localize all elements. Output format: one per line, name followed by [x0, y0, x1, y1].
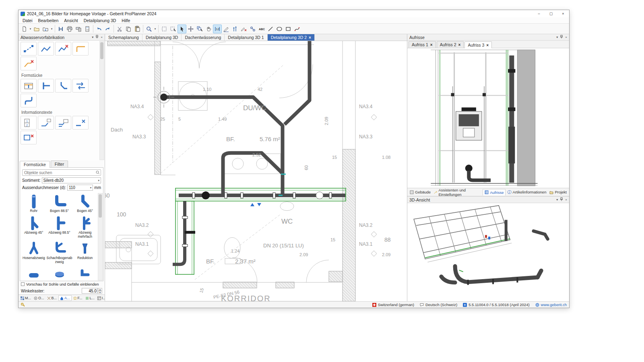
rectangle-tool-button[interactable]	[284, 25, 293, 33]
copy-button[interactable]	[124, 25, 133, 33]
dock-tab-o[interactable]: O...	[33, 296, 45, 300]
print-button[interactable]	[65, 25, 74, 33]
close-button[interactable]: ×	[557, 10, 569, 17]
maximize-button[interactable]: ▢	[545, 10, 557, 17]
modify-button[interactable]	[239, 25, 248, 33]
dock-tab-assistenten[interactable]: Assistenten und Einstellungen	[432, 187, 483, 197]
fitting-reduktion[interactable]: Reduktion	[72, 241, 97, 266]
view3d-pin-icon[interactable]	[560, 197, 563, 202]
label-pipe-icon[interactable]	[38, 116, 54, 130]
dock-tab-aufrisse[interactable]: Aufrisse	[483, 189, 506, 195]
dimensioning-button[interactable]: 12	[213, 25, 222, 33]
spin-up-icon[interactable]: ▲	[98, 288, 102, 291]
aufriss-1-close-icon[interactable]: ×	[430, 43, 433, 47]
floor-plan-drawing[interactable]: NA3.4 NA3.3 Dach DU/WC BF. 5.76 m² 1.10 …	[105, 41, 407, 301]
dock-tab-b[interactable]: B...	[46, 296, 58, 300]
new-document-caret-icon[interactable]: ▾	[29, 27, 32, 31]
fitting-bogen-88[interactable]: Bogen 88.5°	[46, 193, 73, 215]
menu-datei[interactable]: Datei	[20, 18, 35, 23]
new-document-button[interactable]	[20, 25, 29, 33]
draw-pipe-run-icon[interactable]	[38, 42, 54, 56]
aufriss-2-close-icon[interactable]: ×	[458, 43, 461, 47]
delete-pipe-run-icon[interactable]	[55, 42, 71, 56]
diameter-select[interactable]: 110 ▾	[67, 185, 93, 191]
minimize-button[interactable]: –	[533, 10, 545, 17]
delete-prefab-icon[interactable]	[21, 57, 37, 70]
select-region-button[interactable]	[169, 25, 178, 33]
tab-close-icon[interactable]: ×	[309, 35, 311, 40]
zoom-button[interactable]	[144, 25, 153, 33]
view3d-close-icon[interactable]: ×	[565, 198, 567, 202]
spin-down-icon[interactable]: ▼	[98, 291, 102, 294]
fitting-partial-1[interactable]	[21, 266, 46, 281]
dock-tab-l[interactable]: L...	[84, 296, 96, 300]
tab-aufriss-3[interactable]: Aufriss 3×	[464, 41, 492, 48]
fitting-partial-3[interactable]	[72, 266, 97, 281]
menu-detailplanung-3d[interactable]: Detailplanung 3D	[81, 18, 119, 23]
winkelraster-input[interactable]	[82, 288, 98, 294]
tab-aufriss-2[interactable]: Aufriss 2×	[437, 41, 464, 48]
label-group-icon[interactable]	[55, 116, 71, 130]
preview-checkbox[interactable]	[21, 282, 25, 286]
floor-plan-canvas[interactable]: NA3.4 NA3.3 Dach DU/WC BF. 5.76 m² 1.10 …	[105, 41, 407, 301]
fitting-abzweig-88[interactable]: Abzweig 88.5°	[46, 215, 73, 241]
status-website-link[interactable]: www.geberit.ch	[535, 302, 567, 307]
draw-pipe-sloped-icon[interactable]	[21, 42, 37, 56]
dock-tab-a[interactable]: A...	[58, 295, 72, 301]
fitting-branch-icon[interactable]	[38, 79, 54, 93]
ellipse-tool-button[interactable]	[275, 25, 284, 33]
tab-aufriss-1[interactable]: Aufriss 1×	[409, 41, 436, 48]
dock-tab-m[interactable]: M...	[19, 296, 32, 300]
tab-detailplanung-3d-2[interactable]: Detailplanung 3D 2×	[268, 34, 315, 41]
fitting-s-bend-icon[interactable]	[21, 94, 37, 107]
cursor-select-button[interactable]	[178, 25, 186, 33]
save-button[interactable]	[56, 25, 65, 33]
fittings-scrollbar[interactable]	[98, 193, 103, 280]
dock-tab-gebaeude[interactable]: Gebäude	[408, 189, 432, 195]
menu-hilfe[interactable]: Hilfe	[119, 18, 133, 23]
sketch-button[interactable]	[222, 25, 231, 33]
print-preview-button[interactable]	[74, 25, 83, 33]
convert-pipe-icon[interactable]	[72, 42, 89, 56]
fitting-rohr[interactable]: Rohr	[21, 193, 46, 215]
tab-detailplanung-3d[interactable]: Detailplanung 3D	[142, 34, 182, 41]
status-country[interactable]: Switzerland (german)	[372, 302, 414, 307]
panel-pin-icon[interactable]	[95, 35, 99, 39]
fitting-abzweig-45[interactable]: Abzweig 45°	[21, 215, 46, 241]
fitting-abzweig-mehrfach[interactable]: Abzweig mehrfach	[72, 215, 97, 241]
connections-button[interactable]	[248, 25, 257, 33]
label-delete-icon[interactable]	[21, 131, 37, 144]
redo-button[interactable]	[103, 25, 112, 33]
menu-ansicht[interactable]: Ansicht	[61, 18, 80, 23]
fitting-bend-icon[interactable]	[55, 79, 71, 93]
import-template-caret-icon[interactable]: ▾	[50, 27, 54, 31]
elevate-button[interactable]	[231, 25, 239, 33]
aufrisse-pin-icon[interactable]	[560, 35, 563, 39]
label-move-icon[interactable]	[72, 116, 89, 130]
move-button[interactable]	[186, 25, 195, 33]
tab-formstuecke[interactable]: Formstücke	[20, 161, 50, 168]
multi-select-button[interactable]	[195, 25, 204, 33]
tab-schemaplanung[interactable]: Schemaplanung	[105, 34, 142, 41]
aufrisse-menu-icon[interactable]: ▾	[556, 35, 558, 39]
aufrisse-close-icon[interactable]: ×	[565, 35, 567, 39]
line-tool-button[interactable]	[266, 25, 275, 33]
view3d-menu-icon[interactable]: ▾	[556, 198, 558, 202]
fitting-hosenabzweig[interactable]: Hosenabzweig	[21, 241, 46, 266]
zoom-caret-icon[interactable]: ▾	[153, 27, 157, 31]
search-input[interactable]	[22, 169, 101, 176]
fitting-container-icon[interactable]	[21, 79, 37, 93]
panel-close-icon[interactable]: ×	[101, 35, 103, 39]
dock-tab-artikelinformationen[interactable]: ⓘArtikelinformationen	[506, 189, 548, 196]
tab-filter[interactable]: Filter	[51, 160, 68, 167]
palette-scrollbar[interactable]	[99, 41, 104, 160]
calculate-button[interactable]	[83, 25, 92, 33]
spline-tool-button[interactable]	[293, 25, 301, 33]
label-numbers-icon[interactable]: 12	[21, 116, 37, 130]
pan-hand-button[interactable]	[204, 25, 213, 33]
aufriss-3-close-icon[interactable]: ×	[486, 43, 489, 47]
fitting-partial-2[interactable]	[46, 266, 73, 281]
panel-menu-icon[interactable]: ▾	[92, 35, 93, 39]
undo-button[interactable]	[95, 25, 103, 33]
fitting-schachtbogenabzweig[interactable]: Schachtbogenab zweig	[46, 241, 73, 266]
